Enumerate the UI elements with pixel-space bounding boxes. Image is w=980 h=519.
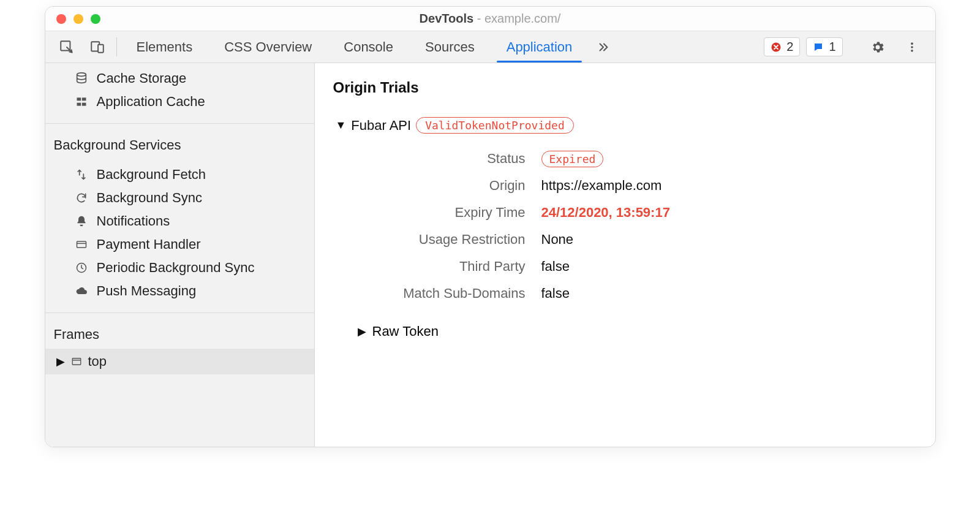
devtools-window: DevTools - example.com/ Elements CSS Ove… [45, 6, 936, 447]
gear-icon [870, 40, 885, 55]
sidebar-item-cache-storage[interactable]: Cache Storage [45, 67, 314, 90]
close-window-button[interactable] [56, 14, 66, 24]
inspect-icon [59, 39, 75, 55]
zoom-window-button[interactable] [91, 14, 100, 24]
sidebar-item-label: Cache Storage [97, 70, 187, 86]
status-value-pill: Expired [541, 151, 604, 167]
clock-icon [74, 262, 89, 274]
settings-button[interactable] [863, 40, 892, 55]
tab-console[interactable]: Console [328, 31, 409, 63]
sidebar-item-background-sync[interactable]: Background Sync [45, 186, 314, 210]
svg-rect-11 [81, 103, 86, 106]
tab-elements[interactable]: Elements [121, 31, 209, 63]
sidebar-item-notifications[interactable]: Notifications [45, 210, 314, 233]
disclosure-triangle-right-icon: ▶ [56, 355, 65, 368]
svg-rect-2 [98, 44, 104, 52]
device-toolbar-button[interactable] [82, 31, 113, 63]
panel-tabs: Elements CSS Overview Console Sources Ap… [121, 31, 764, 63]
frame-top-row[interactable]: ▶ top [45, 349, 314, 374]
error-icon [771, 42, 782, 53]
value-usage-restriction: None [541, 232, 574, 248]
sidebar-item-label: Periodic Background Sync [97, 260, 255, 276]
fetch-icon [74, 169, 89, 181]
issues-icon [813, 42, 824, 53]
svg-rect-8 [77, 97, 81, 100]
disclosure-triangle-down-icon: ▼ [336, 119, 347, 132]
value-expiry-time: 24/12/2020, 13:59:17 [541, 205, 670, 221]
window-icon [70, 356, 83, 367]
sidebar-item-application-cache[interactable]: Application Cache [45, 90, 314, 113]
sidebar-item-label: Push Messaging [97, 283, 197, 299]
chevron-double-right-icon [597, 40, 610, 54]
card-icon [74, 238, 89, 251]
trial-details: Status Expired Origin https://example.co… [382, 151, 917, 301]
titlebar: DevTools - example.com/ [45, 7, 935, 31]
tab-sources[interactable]: Sources [409, 31, 491, 63]
trial-status-pill: ValidTokenNotProvided [416, 117, 574, 134]
grid-icon [74, 96, 89, 108]
devices-icon [89, 39, 105, 55]
tab-application[interactable]: Application [491, 31, 589, 63]
label-third-party: Third Party [382, 259, 541, 275]
window-title: DevTools - example.com/ [420, 12, 561, 26]
errors-count: 2 [786, 40, 793, 54]
frame-top-label: top [88, 354, 107, 369]
sidebar-item-label: Background Sync [97, 190, 202, 206]
cache-group: Cache Storage Application Cache [45, 63, 314, 119]
sidebar-item-push-messaging[interactable]: Push Messaging [45, 279, 314, 303]
svg-point-7 [77, 73, 86, 77]
svg-point-5 [911, 46, 913, 48]
sidebar-divider-2 [45, 313, 314, 313]
svg-point-4 [911, 42, 913, 45]
sidebar-item-payment-handler[interactable]: Payment Handler [45, 233, 314, 256]
disclosure-triangle-right-icon: ▶ [358, 325, 366, 338]
issues-badge[interactable]: 1 [806, 37, 842, 56]
value-third-party: false [541, 259, 570, 275]
trial-name: Fubar API [351, 118, 411, 134]
label-match-sub-domains: Match Sub-Domains [382, 286, 541, 301]
label-usage-restriction: Usage Restriction [382, 232, 541, 248]
trial-row[interactable]: ▼ Fubar API ValidTokenNotProvided [336, 117, 917, 134]
svg-point-6 [911, 50, 913, 52]
label-origin: Origin [382, 178, 541, 194]
inspect-element-button[interactable] [51, 31, 82, 63]
panel-body: Cache Storage Application Cache Backgrou… [45, 63, 935, 447]
traffic-lights [45, 14, 100, 24]
section-heading-origin-trials: Origin Trials [333, 79, 917, 96]
value-origin: https://example.com [541, 178, 662, 194]
sidebar-divider [45, 123, 314, 124]
background-services-group: Background Fetch Background Sync Notific… [45, 159, 314, 309]
label-expiry-time: Expiry Time [382, 205, 541, 221]
label-status: Status [382, 151, 541, 167]
sidebar-item-periodic-background-sync[interactable]: Periodic Background Sync [45, 256, 314, 279]
window-title-doc: - example.com/ [473, 12, 560, 25]
minimize-window-button[interactable] [74, 14, 83, 24]
toolbar-separator [116, 37, 117, 56]
more-menu-button[interactable] [899, 40, 925, 55]
value-match-sub-domains: false [541, 286, 570, 301]
bell-icon [74, 215, 89, 227]
sidebar-heading-frames: Frames [45, 320, 314, 349]
svg-rect-12 [77, 241, 86, 248]
sidebar-item-label: Payment Handler [97, 237, 201, 252]
svg-rect-14 [72, 358, 81, 365]
svg-rect-10 [77, 103, 81, 106]
window-title-app: DevTools [420, 12, 474, 25]
sidebar-heading-background-services: Background Services [45, 131, 314, 159]
errors-badge[interactable]: 2 [764, 37, 800, 56]
main-panel: Origin Trials ▼ Fubar API ValidTokenNotP… [315, 63, 935, 447]
kebab-icon [906, 40, 918, 55]
sidebar-item-label: Notifications [97, 213, 170, 229]
toolbar-right: 2 1 [764, 31, 929, 63]
sidebar-item-label: Application Cache [97, 94, 205, 110]
sidebar-item-label: Background Fetch [97, 167, 206, 183]
issues-count: 1 [829, 40, 835, 54]
tab-css-overview[interactable]: CSS Overview [208, 31, 328, 63]
database-icon [74, 72, 89, 85]
raw-token-row[interactable]: ▶ Raw Token [358, 324, 917, 339]
more-tabs-button[interactable] [588, 31, 619, 63]
sync-icon [74, 192, 89, 204]
sidebar-item-background-fetch[interactable]: Background Fetch [45, 163, 314, 186]
raw-token-label: Raw Token [372, 324, 439, 339]
toolbar: Elements CSS Overview Console Sources Ap… [45, 31, 935, 63]
